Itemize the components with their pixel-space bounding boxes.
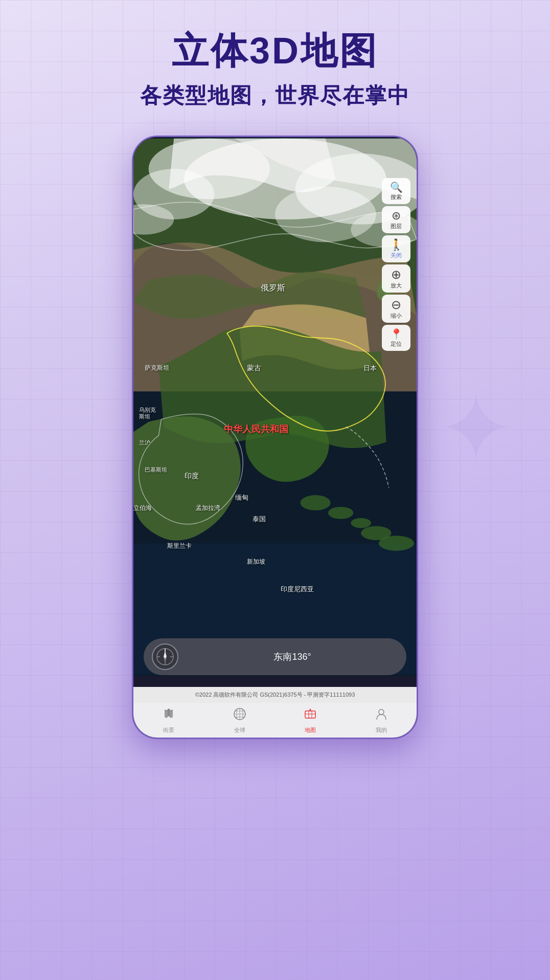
header-area: 立体3D地图 各类型地图，世界尽在掌中 — [0, 0, 550, 125]
zoom-out-icon: ⊖ — [391, 299, 401, 311]
zoom-out-button[interactable]: ⊖ 缩小 — [382, 295, 410, 323]
person-button[interactable]: 🚶 关闭 — [382, 235, 410, 262]
zoom-out-label: 缩小 — [391, 312, 402, 320]
search-label: 搜索 — [391, 193, 402, 201]
nav-street-label: 街景 — [163, 726, 174, 734]
map-view[interactable]: 俄罗斯 中华人民共和国 蒙古 印度 缅甸 泰国 新加坡 印度尼西亚 孟加拉湾 斯… — [133, 137, 417, 676]
search-icon: 🔍 — [390, 182, 403, 192]
phone-mockup: 俄罗斯 中华人民共和国 蒙古 印度 缅甸 泰国 新加坡 印度尼西亚 孟加拉湾 斯… — [0, 136, 550, 739]
nav-globe-label: 全球 — [234, 726, 245, 734]
phone-frame: 俄罗斯 中华人民共和国 蒙古 印度 缅甸 泰国 新加坡 印度尼西亚 孟加拉湾 斯… — [132, 136, 418, 739]
svg-rect-25 — [305, 711, 315, 718]
nav-map[interactable]: 地图 — [275, 707, 346, 734]
copyright-bar: ©2022 高德软件有限公司 GS(2021)6375号 - 甲测资字11111… — [133, 687, 417, 703]
nav-globe-icon — [233, 707, 247, 724]
compass-bar[interactable]: 东南136° — [144, 638, 406, 675]
main-title: 立体3D地图 — [0, 31, 550, 71]
layers-button[interactable]: ⊛ 图层 — [382, 206, 410, 233]
location-label: 定位 — [391, 340, 402, 348]
layers-icon: ⊛ — [392, 210, 401, 221]
layers-label: 图层 — [391, 222, 402, 230]
person-label: 关闭 — [391, 252, 402, 259]
nav-me-icon — [374, 707, 388, 724]
svg-point-6 — [351, 518, 371, 528]
nav-street-icon — [162, 707, 176, 724]
satellite-map — [133, 137, 417, 676]
search-button[interactable]: 🔍 搜索 — [382, 178, 410, 204]
map-toolbar: 🔍 搜索 ⊛ 图层 🚶 关闭 ⊕ 放大 ⊖ 缩小 — [382, 178, 410, 351]
zoom-in-icon: ⊕ — [391, 269, 401, 281]
nav-map-icon — [303, 707, 317, 724]
copyright-text: ©2022 高德软件有限公司 GS(2021)6375号 - 甲测资字11111… — [195, 692, 355, 698]
zoom-in-label: 放大 — [391, 282, 402, 289]
bottom-nav: 街景 全球 — [133, 703, 417, 738]
nav-globe[interactable]: 全球 — [204, 707, 276, 734]
zoom-in-button[interactable]: ⊕ 放大 — [382, 264, 410, 293]
compass-circle — [152, 643, 178, 670]
nav-me-label: 我的 — [376, 726, 387, 734]
location-button[interactable]: 📍 定位 — [382, 325, 410, 351]
nav-map-label: 地图 — [305, 726, 316, 734]
person-icon: 🚶 — [389, 239, 403, 251]
compass-icon — [156, 648, 174, 666]
nav-street[interactable]: 街景 — [133, 707, 204, 734]
svg-point-29 — [379, 709, 384, 715]
compass-text: 东南136° — [187, 651, 398, 663]
sub-title: 各类型地图，世界尽在掌中 — [0, 81, 550, 110]
nav-me[interactable]: 我的 — [346, 707, 417, 734]
svg-point-5 — [328, 507, 353, 519]
location-icon: 📍 — [390, 329, 403, 339]
svg-point-4 — [300, 495, 330, 510]
svg-point-8 — [379, 536, 414, 551]
